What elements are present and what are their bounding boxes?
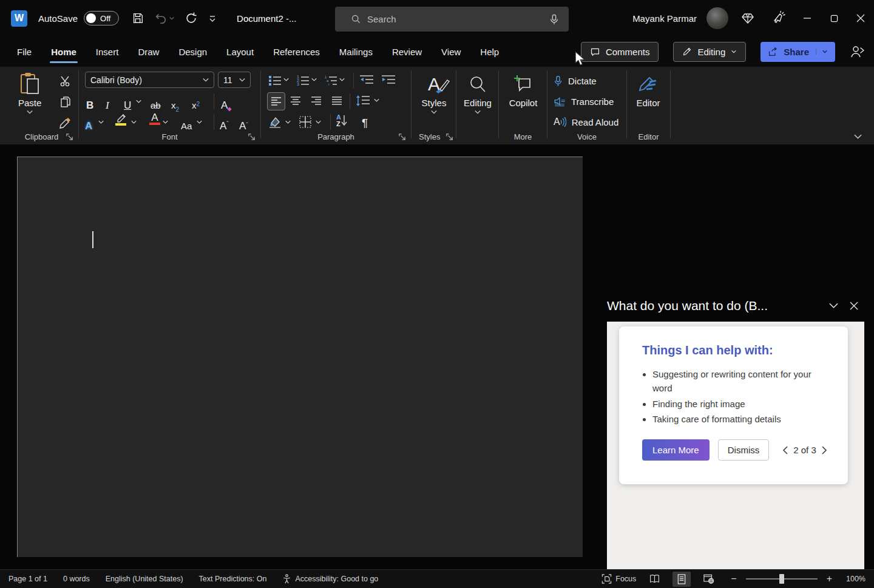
tab-mailings[interactable]: Mailings xyxy=(330,36,382,67)
search-input[interactable]: Search xyxy=(335,7,569,32)
tab-home[interactable]: Home xyxy=(41,36,86,67)
copilot-button[interactable]: Copilot xyxy=(501,73,545,108)
grow-font-button[interactable]: Aˆ xyxy=(220,114,229,131)
next-card-icon[interactable] xyxy=(822,446,827,455)
borders-dropdown-icon[interactable] xyxy=(316,120,321,124)
presence-people-icon[interactable] xyxy=(850,44,866,59)
read-mode-button[interactable] xyxy=(645,572,663,587)
close-pane-icon[interactable] xyxy=(844,296,864,316)
word-logo-icon[interactable]: W xyxy=(11,10,27,27)
learn-more-button[interactable]: Learn More xyxy=(642,439,710,461)
underline-dropdown-icon[interactable] xyxy=(136,100,141,104)
close-button[interactable] xyxy=(847,0,874,36)
tab-review[interactable]: Review xyxy=(382,36,432,67)
autosave-toggle[interactable]: Off xyxy=(84,11,119,25)
focus-mode-button[interactable]: Focus xyxy=(601,574,636,584)
decrease-indent-button[interactable] xyxy=(359,74,374,86)
format-painter-icon[interactable] xyxy=(58,115,73,130)
dismiss-button[interactable]: Dismiss xyxy=(718,439,770,461)
font-size-combobox[interactable]: 11 xyxy=(218,72,251,88)
align-right-button[interactable] xyxy=(311,96,322,106)
tab-layout[interactable]: Layout xyxy=(217,36,263,67)
font-color-dropdown-icon[interactable] xyxy=(163,120,168,124)
accessibility-status[interactable]: Accessibility: Good to go xyxy=(282,574,378,584)
font-name-combobox[interactable]: Calibri (Body) xyxy=(85,72,214,88)
editor-button[interactable]: Editor xyxy=(631,73,666,108)
italic-button[interactable]: I xyxy=(106,93,109,110)
borders-button[interactable] xyxy=(299,115,312,129)
undo-dropdown-icon[interactable] xyxy=(169,15,175,21)
language-indicator[interactable]: English (United States) xyxy=(106,575,183,583)
microphone-icon[interactable] xyxy=(549,14,559,25)
align-left-button[interactable] xyxy=(267,92,285,110)
transcribe-button[interactable]: Transcribe xyxy=(554,92,614,110)
text-predictions-indicator[interactable]: Text Predictions: On xyxy=(199,575,267,583)
multilevel-list-button[interactable]: 1ai xyxy=(324,74,337,86)
clear-formatting-button[interactable]: A■ xyxy=(221,93,231,110)
font-dialog-launcher-icon[interactable] xyxy=(248,133,256,141)
print-layout-button[interactable] xyxy=(672,572,691,587)
show-formatting-marks-button[interactable]: ¶ xyxy=(362,113,368,130)
tab-help[interactable]: Help xyxy=(470,36,509,67)
align-center-button[interactable] xyxy=(290,96,301,106)
increase-indent-button[interactable] xyxy=(381,74,396,86)
tab-insert[interactable]: Insert xyxy=(86,36,129,67)
editing-button[interactable]: Editing xyxy=(459,73,496,115)
paragraph-dialog-launcher-icon[interactable] xyxy=(398,133,406,141)
text-effects-button[interactable]: A xyxy=(85,114,92,131)
zoom-slider-handle[interactable] xyxy=(779,574,784,584)
line-spacing-dropdown-icon[interactable] xyxy=(374,98,379,103)
text-effects-dropdown-icon[interactable] xyxy=(98,120,104,124)
subscript-button[interactable]: x2 xyxy=(171,93,179,110)
minimize-button[interactable] xyxy=(794,0,821,36)
multilevel-list-dropdown-icon[interactable] xyxy=(339,78,345,82)
document-page[interactable] xyxy=(17,157,583,557)
strikethrough-button[interactable]: ab xyxy=(151,93,161,110)
tab-design[interactable]: Design xyxy=(169,36,217,67)
diamond-icon[interactable] xyxy=(740,11,755,25)
bold-button[interactable]: B xyxy=(86,93,93,110)
bullet-list-button[interactable] xyxy=(268,74,282,86)
styles-dialog-launcher-icon[interactable] xyxy=(445,133,453,141)
read-aloud-button[interactable]: A Read Aloud xyxy=(554,113,618,131)
tab-file[interactable]: File xyxy=(7,36,41,67)
zoom-in-button[interactable]: + xyxy=(827,573,832,584)
superscript-button[interactable]: x2 xyxy=(192,93,200,110)
shading-button[interactable] xyxy=(268,115,282,129)
tab-references[interactable]: References xyxy=(263,36,330,67)
megaphone-feedback-icon[interactable] xyxy=(771,10,787,26)
save-icon[interactable] xyxy=(131,12,144,25)
zoom-slider[interactable] xyxy=(746,578,818,580)
share-button[interactable]: Share xyxy=(761,42,835,62)
customize-quick-access-icon[interactable] xyxy=(208,13,217,23)
word-count[interactable]: 0 words xyxy=(63,575,90,583)
undo-icon[interactable] xyxy=(154,12,168,25)
copy-icon[interactable] xyxy=(59,96,72,108)
change-case-dropdown-icon[interactable] xyxy=(197,120,202,124)
avatar[interactable] xyxy=(706,7,728,29)
comments-button[interactable]: Comments xyxy=(581,42,659,62)
justify-button[interactable] xyxy=(331,96,342,106)
dictate-button[interactable]: Dictate xyxy=(554,72,597,90)
shading-dropdown-icon[interactable] xyxy=(285,120,291,124)
highlight-color-button[interactable] xyxy=(115,113,127,126)
cut-icon[interactable] xyxy=(59,75,72,87)
share-dropdown-icon[interactable] xyxy=(816,49,828,55)
editing-mode-button[interactable]: Editing xyxy=(673,42,746,62)
highlight-dropdown-icon[interactable] xyxy=(131,120,137,124)
paste-button[interactable]: Paste xyxy=(18,72,41,115)
tab-view[interactable]: View xyxy=(432,36,470,67)
shrink-font-button[interactable]: Aˇ xyxy=(239,114,248,131)
numbered-list-dropdown-icon[interactable] xyxy=(311,78,317,82)
collapse-ribbon-icon[interactable] xyxy=(854,134,862,140)
zoom-out-button[interactable]: − xyxy=(731,573,736,584)
font-color-button[interactable]: A xyxy=(149,113,160,125)
bullet-list-dropdown-icon[interactable] xyxy=(283,78,289,82)
previous-card-icon[interactable] xyxy=(782,446,788,455)
web-layout-button[interactable] xyxy=(700,572,718,587)
collapse-pane-chevron-icon[interactable] xyxy=(823,296,844,316)
redo-icon[interactable] xyxy=(185,12,198,25)
change-case-button[interactable]: Aa xyxy=(181,114,192,131)
numbered-list-button[interactable]: 123 xyxy=(296,74,310,86)
tab-draw[interactable]: Draw xyxy=(128,36,169,67)
